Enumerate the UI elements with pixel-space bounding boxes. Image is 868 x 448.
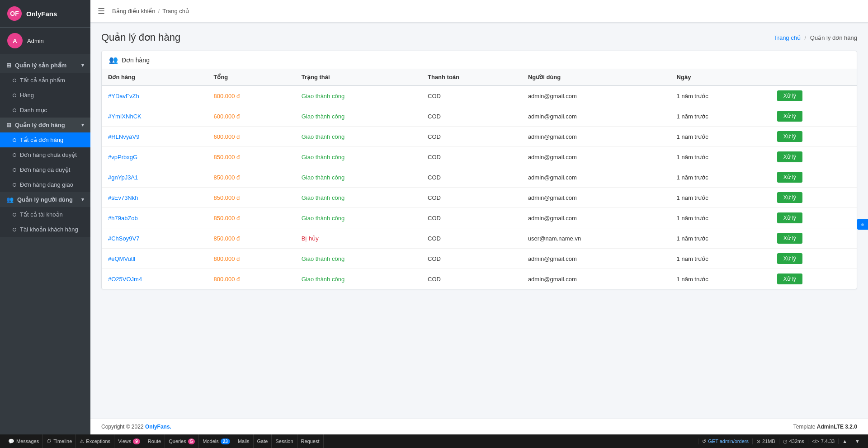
debug-messages[interactable]: 💬 Messages: [5, 434, 43, 448]
order-status-cell: Giao thành công: [295, 208, 421, 228]
chevron-icon: ▾: [81, 62, 84, 68]
sidebar-item-don-hang-chua-duyet[interactable]: Đơn hàng chưa duyệt: [0, 147, 90, 162]
breadcrumb-home[interactable]: Bảng điều khiển: [112, 8, 156, 14]
circle-icon: [13, 108, 16, 112]
order-link[interactable]: #RLNvyaV9: [108, 133, 139, 140]
order-link[interactable]: #vpPrbxgG: [108, 154, 137, 160]
main-content: ☰ Bảng điều khiển / Trang chủ Quản lý đơ…: [90, 0, 868, 434]
debug-session[interactable]: Session: [272, 434, 297, 448]
template-name: AdminLTE 3.2.0: [817, 424, 857, 430]
order-date: 1 năm trước: [677, 113, 708, 120]
gate-label: Gate: [257, 439, 268, 444]
card-body: Đơn hàng Tổng Trạng thái Thanh toán Ngườ…: [102, 69, 857, 289]
order-total: 800.000 đ: [213, 93, 240, 99]
circle-icon: [13, 153, 16, 157]
process-button[interactable]: Xử lý: [777, 253, 802, 264]
debug-time[interactable]: ◷ 432ms: [779, 439, 808, 444]
order-user: admin@gmail.com: [528, 194, 577, 201]
debug-memory[interactable]: ⊙ 21MB: [752, 439, 779, 444]
debug-exceptions[interactable]: ⚠ Exceptions: [76, 434, 114, 448]
debug-views[interactable]: Views 9: [114, 434, 144, 448]
order-link[interactable]: #ChSoy9V7: [108, 235, 139, 242]
sidebar-section-nguoi-dung[interactable]: 👥 Quản lý người dùng ▾: [0, 192, 90, 207]
process-button[interactable]: Xử lý: [777, 212, 802, 223]
grid-icon: ⊞: [6, 62, 11, 69]
memory-value: 21MB: [762, 439, 775, 444]
sidebar-item-tat-ca-san-pham[interactable]: Tất cả sản phẩm: [0, 73, 90, 88]
order-link[interactable]: #sEv73Nkh: [108, 194, 138, 201]
process-button[interactable]: Xử lý: [777, 111, 802, 122]
order-link[interactable]: #h79abZob: [108, 215, 138, 222]
brand-name: OnlyFans: [26, 10, 57, 18]
process-button[interactable]: Xử lý: [777, 90, 802, 101]
table-row: #eQMVutll 800.000 đ Giao thành công COD …: [102, 249, 857, 269]
float-button[interactable]: ●: [857, 219, 868, 230]
sidebar-section-san-pham[interactable]: ⊞ Quản lý sản phẩm ▾: [0, 58, 90, 73]
sidebar-section-don-hang[interactable]: ⊞ Quản lý đơn hàng ▾: [0, 118, 90, 132]
models-label: Models: [203, 439, 218, 444]
sidebar-brand[interactable]: OF OnlyFans: [0, 0, 90, 28]
debug-timeline[interactable]: ⏱ Timeline: [43, 434, 76, 448]
order-payment-cell: COD: [421, 208, 522, 228]
sidebar-item-tat-ca-don-hang[interactable]: Tất cả đơn hàng: [0, 132, 90, 147]
process-button[interactable]: Xử lý: [777, 151, 802, 162]
debug-scroll-up[interactable]: ▲: [838, 439, 851, 444]
time-value: 432ms: [789, 439, 804, 444]
process-button[interactable]: Xử lý: [777, 233, 802, 244]
order-date-cell: 1 năm trước: [670, 249, 771, 269]
debug-models[interactable]: Models 23: [199, 434, 234, 448]
order-payment: COD: [428, 93, 441, 99]
brand-icon: OF: [7, 6, 22, 21]
avatar: A: [7, 33, 23, 48]
order-link[interactable]: #eQMVutll: [108, 255, 135, 262]
process-button[interactable]: Xử lý: [777, 172, 802, 183]
order-action-cell: Xử lý: [771, 228, 857, 249]
order-link[interactable]: #gnYpJ3A1: [108, 174, 138, 181]
order-total: 800.000 đ: [213, 276, 240, 283]
table-header-row: Đơn hàng Tổng Trạng thái Thanh toán Ngườ…: [102, 69, 857, 85]
order-action-cell: Xử lý: [771, 269, 857, 289]
debug-request[interactable]: Request: [297, 434, 324, 448]
sidebar-item-tat-ca-tai-khoan[interactable]: Tất cả tài khoản: [0, 207, 90, 222]
order-link[interactable]: #YDavFvZh: [108, 93, 139, 99]
sidebar-item-tai-khoan-khach-hang[interactable]: Tài khoản khách hàng: [0, 222, 90, 237]
process-button[interactable]: Xử lý: [777, 274, 802, 284]
order-date: 1 năm trước: [677, 255, 708, 262]
debug-mails[interactable]: Mails: [234, 434, 254, 448]
debug-route-info[interactable]: ↺ GET admin/orders: [698, 439, 752, 444]
breadcrumb-home-link[interactable]: Trang chủ: [774, 34, 801, 41]
order-payment: COD: [428, 194, 441, 201]
order-user-cell: user@nam.name.vn: [522, 228, 670, 249]
order-action-cell: Xử lý: [771, 85, 857, 106]
debug-route[interactable]: Route: [144, 434, 165, 448]
order-link[interactable]: #YmIXNhCK: [108, 113, 142, 120]
debug-version[interactable]: </> 7.4.33: [808, 439, 839, 444]
debug-scroll-down[interactable]: ▼: [851, 439, 863, 444]
footer-copyright: Copyright © 2022 OnlyFans.: [101, 424, 171, 430]
debug-queries[interactable]: Queries 5: [165, 434, 199, 448]
order-date: 1 năm trước: [677, 154, 708, 160]
sidebar-item-danh-muc[interactable]: Danh mục: [0, 103, 90, 118]
sidebar-item-hang[interactable]: Hàng: [0, 88, 90, 103]
route-label: Route: [148, 439, 161, 444]
sidebar-item-don-hang-dang-giao[interactable]: Đơn hàng đang giao: [0, 177, 90, 192]
order-user-cell: admin@gmail.com: [522, 167, 670, 188]
debug-bar: 💬 Messages ⏱ Timeline ⚠ Exceptions Views…: [0, 434, 868, 448]
order-id-cell: #h79abZob: [102, 208, 207, 228]
process-button[interactable]: Xử lý: [777, 131, 802, 142]
footer-brand-link[interactable]: OnlyFans.: [145, 424, 171, 430]
sidebar-user[interactable]: A Admin: [0, 28, 90, 54]
sidebar-item-don-hang-da-duyet[interactable]: Đơn hàng đã duyệt: [0, 162, 90, 177]
order-action-cell: Xử lý: [771, 249, 857, 269]
order-total: 850.000 đ: [213, 235, 240, 242]
menu-toggle-button[interactable]: ☰: [98, 6, 105, 16]
order-total-cell: 850.000 đ: [207, 228, 295, 249]
order-user-cell: admin@gmail.com: [522, 85, 670, 106]
table-row: #sEv73Nkh 850.000 đ Giao thành công COD …: [102, 188, 857, 208]
order-payment: COD: [428, 133, 441, 140]
col-tong: Tổng: [207, 69, 295, 85]
order-link[interactable]: #O25VOJm4: [108, 276, 142, 283]
process-button[interactable]: Xử lý: [777, 192, 802, 203]
page-title: Quản lý đơn hàng: [101, 32, 180, 43]
debug-gate[interactable]: Gate: [254, 434, 272, 448]
